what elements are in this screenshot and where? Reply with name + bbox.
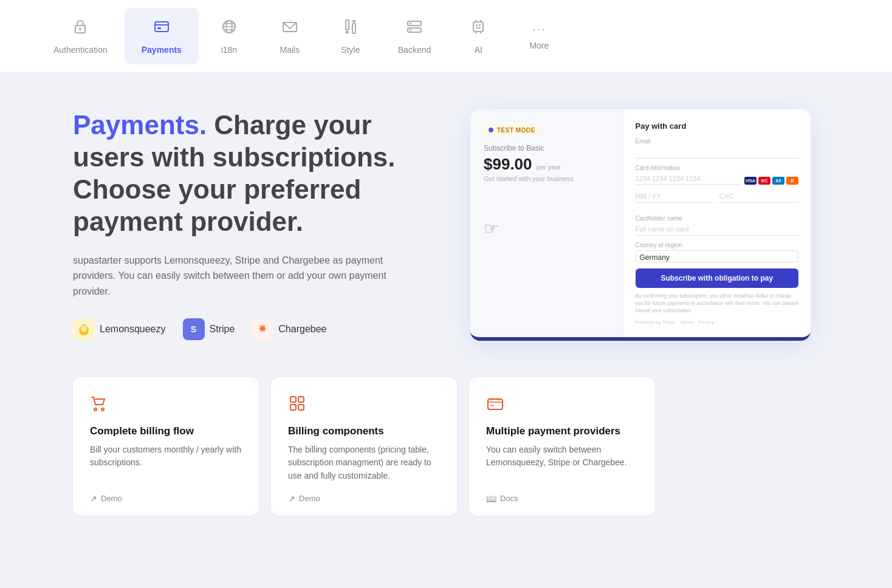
- feature-link-billing-components[interactable]: ↗ Demo: [288, 494, 440, 504]
- nav-label-mails: Mails: [280, 45, 300, 55]
- billing-flow-icon: [90, 394, 242, 417]
- mockup-plan-name: Subscribe to Basic: [484, 144, 609, 152]
- test-mode-dot: [489, 128, 493, 132]
- globe-icon: [220, 18, 238, 39]
- nav-label-payments: Payments: [142, 45, 182, 55]
- svg-rect-33: [290, 397, 296, 402]
- svg-point-31: [94, 408, 97, 411]
- hero-section: Payments. Charge your users with subscri…: [0, 73, 892, 365]
- svg-rect-38: [490, 398, 493, 401]
- lemonsqueezy-logo: [73, 318, 95, 340]
- payment-mockup-container: TEST MODE Subscribe to Basic $99.00 per …: [462, 109, 819, 341]
- svg-point-28: [81, 325, 87, 332]
- svg-point-17: [410, 22, 411, 24]
- mc-badge: MC: [758, 177, 770, 185]
- svg-rect-35: [290, 405, 296, 410]
- expiry-input: MM / YY: [636, 191, 715, 203]
- feature-title-billing-flow: Complete billing flow: [90, 425, 242, 437]
- style-icon: [341, 18, 360, 39]
- svg-rect-11: [346, 20, 349, 30]
- feature-desc-billing-components: The billing components (pricing table, s…: [288, 443, 440, 483]
- email-label: Email: [636, 138, 798, 145]
- svg-text:❊: ❊: [259, 324, 266, 333]
- demo-link-icon: ↗: [90, 494, 97, 504]
- svg-rect-37: [488, 399, 503, 409]
- more-icon: ···: [532, 22, 546, 35]
- feature-card-billing-components: Billing components The billing component…: [271, 377, 457, 516]
- provider-chargebee: ❊ Chargebee: [252, 318, 326, 340]
- hero-content: Payments. Charge your users with subscri…: [73, 109, 413, 340]
- demo2-link-label: Demo: [299, 494, 320, 503]
- stripe-logo: S: [183, 318, 205, 340]
- svg-rect-40: [490, 405, 494, 406]
- chargebee-label: Chargebee: [278, 324, 326, 335]
- nav-item-authentication[interactable]: Authentication: [36, 8, 125, 64]
- svg-rect-13: [352, 20, 355, 22]
- mockup-price: $99.00 per year: [484, 155, 609, 174]
- expiry-cvc-row: MM / YY CVC: [636, 191, 798, 209]
- payment-mockup: TEST MODE Subscribe to Basic $99.00 per …: [470, 109, 811, 341]
- billing-components-icon: [288, 394, 440, 417]
- email-input: [636, 146, 798, 159]
- cardholder-label: Cardholder name: [636, 215, 798, 222]
- feature-card-billing-flow: Complete billing flow Bill your customer…: [73, 377, 259, 516]
- country-field: Country or region Germany: [636, 242, 798, 262]
- nav-item-payments[interactable]: Payments: [125, 8, 199, 64]
- nav-item-more[interactable]: ··· More: [509, 13, 569, 60]
- svg-rect-4: [157, 27, 161, 29]
- feature-title-payment-providers: Multiple payment providers: [486, 425, 638, 437]
- docs-link-icon: 📖: [486, 494, 496, 504]
- nav-label-more: More: [529, 41, 549, 50]
- cvc-field: CVC: [719, 191, 798, 203]
- nav-item-ai[interactable]: AI: [448, 8, 509, 64]
- hero-title: Payments. Charge your users with subscri…: [73, 109, 413, 238]
- svg-rect-20: [476, 24, 478, 26]
- chargebee-logo: ❊: [252, 318, 273, 340]
- country-label: Country or region: [636, 242, 798, 248]
- card-number-input: 1234 1234 1234 1234: [636, 173, 739, 185]
- mockup-per: per year: [537, 163, 561, 171]
- disc-badge: D: [786, 177, 798, 185]
- hero-description: supastarter supports Lemonsqueezy, Strip…: [73, 253, 413, 299]
- svg-point-1: [79, 28, 81, 30]
- nav-label-i18n: i18n: [221, 45, 237, 55]
- nav-item-i18n[interactable]: i18n: [199, 8, 259, 64]
- svg-rect-21: [479, 24, 481, 26]
- cardholder-field: Cardholder name Full name on card: [636, 215, 798, 236]
- payments-icon: [153, 18, 171, 39]
- backend-icon: [405, 18, 424, 39]
- payment-providers-icon: [486, 394, 638, 417]
- test-mode-badge: TEST MODE: [484, 125, 540, 135]
- demo2-link-icon: ↗: [288, 494, 295, 504]
- nav-item-backend[interactable]: Backend: [381, 8, 448, 64]
- demo-link-label: Demo: [101, 494, 122, 503]
- svg-rect-12: [346, 31, 349, 33]
- expiry-field: MM / YY: [636, 191, 715, 203]
- docs-link-label: Docs: [500, 494, 518, 503]
- mockup-cursor-icon: ☞: [484, 219, 609, 239]
- ai-icon: [469, 18, 487, 39]
- amex-badge: AX: [772, 177, 784, 185]
- mockup-tagline: Get started with your business: [484, 175, 609, 182]
- svg-rect-2: [155, 22, 168, 32]
- visa-badge: VISA: [744, 177, 756, 185]
- provider-stripe: S Stripe: [183, 318, 235, 340]
- feature-link-payment-providers[interactable]: 📖 Docs: [486, 494, 638, 504]
- feature-link-billing-flow[interactable]: ↗ Demo: [90, 494, 242, 504]
- feature-desc-billing-flow: Bill your customers monthly / yearly wit…: [90, 443, 242, 483]
- mockup-right-panel: Pay with card Email Card information 123…: [623, 109, 811, 337]
- mockup-left-panel: TEST MODE Subscribe to Basic $99.00 per …: [470, 109, 623, 337]
- empty-card-slot: [667, 377, 819, 516]
- country-select: Germany: [636, 250, 798, 262]
- nav-item-mails[interactable]: Mails: [259, 8, 320, 64]
- nav-item-style[interactable]: Style: [320, 8, 381, 64]
- features-section: Complete billing flow Bill your customer…: [0, 365, 892, 552]
- svg-rect-34: [298, 397, 304, 402]
- pay-with-card-title: Pay with card: [636, 121, 798, 131]
- lemonsqueezy-label: Lemonsqueezy: [100, 324, 166, 335]
- card-info-label: Card information: [636, 165, 798, 171]
- subscribe-button[interactable]: Subscribe with obligation to pay: [636, 268, 798, 288]
- hero-title-highlight: Payments.: [73, 110, 207, 140]
- lock-icon: [71, 18, 89, 39]
- svg-point-18: [410, 29, 411, 31]
